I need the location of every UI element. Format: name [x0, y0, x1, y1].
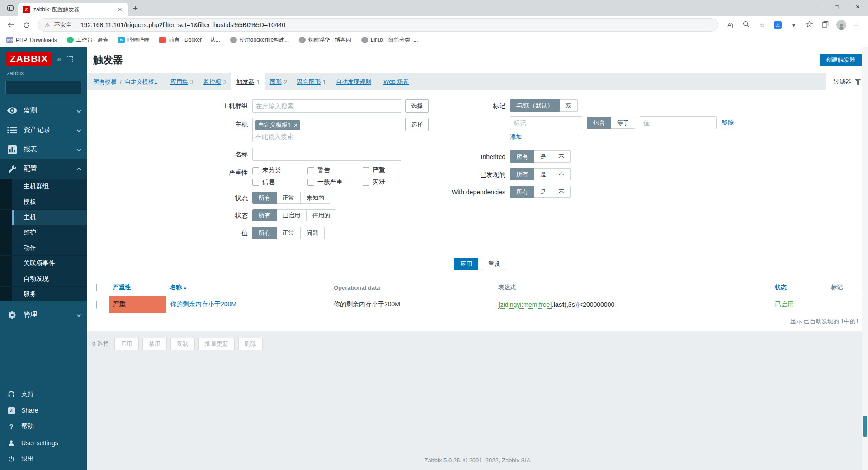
- sidebar-popout-icon[interactable]: [67, 56, 73, 62]
- security-warning-icon[interactable]: ⚠: [45, 22, 50, 28]
- sidebar-item-templates[interactable]: 模板: [0, 194, 87, 209]
- tab-graphs[interactable]: 图形2: [265, 73, 292, 90]
- tab-triggers[interactable]: 触发器1: [231, 73, 264, 90]
- favorite-add-icon[interactable]: ☆: [756, 22, 768, 28]
- apply-button[interactable]: 应用: [454, 258, 478, 270]
- bookmark-item[interactable]: 工作台 · 语雀: [67, 36, 108, 44]
- severity-checkbox[interactable]: [307, 179, 314, 186]
- sidebar-item-actions[interactable]: 动作: [0, 240, 87, 255]
- favorites-icon[interactable]: [804, 21, 815, 29]
- host-group-select-button[interactable]: 选择: [405, 99, 429, 113]
- sidebar-item-maintenance[interactable]: 维护: [0, 225, 87, 240]
- tag-name-input[interactable]: [510, 116, 582, 129]
- inherited-yes-button[interactable]: 是: [534, 150, 552, 163]
- discovered-yes-button[interactable]: 是: [534, 168, 552, 180]
- dependencies-yes-button[interactable]: 是: [534, 186, 552, 198]
- tab-web-scenarios[interactable]: Web 场景: [378, 73, 416, 90]
- tag-remove-link[interactable]: 移除: [722, 118, 734, 127]
- host-select-button[interactable]: 选择: [405, 118, 429, 131]
- tags-andor-button[interactable]: 与/或（默认）: [510, 99, 560, 112]
- sidebar-item-discovery[interactable]: 自动发现: [0, 271, 87, 286]
- bookmark-item[interactable]: 前言 · Docker — 从...: [159, 36, 220, 44]
- value-all-button[interactable]: 所有: [252, 227, 277, 239]
- select-all-checkbox[interactable]: [96, 284, 97, 291]
- tab-applications[interactable]: 应用集3: [165, 73, 198, 90]
- sidebar-search-input[interactable]: [9, 85, 89, 91]
- bookmark-item[interactable]: phpPHP: Downloads: [6, 37, 57, 43]
- status-enabled-button[interactable]: 已启用: [276, 209, 307, 221]
- status-disabled-button[interactable]: 停用的: [306, 209, 336, 221]
- dependencies-no-button[interactable]: 不: [552, 186, 571, 198]
- sidebar-item-administration[interactable]: 管理: [0, 305, 87, 324]
- host-group-input[interactable]: [252, 99, 401, 113]
- tags-or-button[interactable]: 或: [559, 99, 578, 112]
- enable-button[interactable]: 启用: [114, 338, 139, 350]
- address-bar[interactable]: ⚠ 不安全 192.168.11.101/triggers.php?filter…: [38, 18, 718, 32]
- collections-icon[interactable]: [820, 21, 831, 29]
- sidebar-collapse-icon[interactable]: «: [57, 55, 61, 63]
- sidebar-item-host-groups[interactable]: 主机群组: [0, 179, 87, 194]
- zoom-icon[interactable]: [741, 21, 752, 29]
- reset-button[interactable]: 重设: [482, 258, 506, 270]
- sidebar-item-event-correlation[interactable]: 关联项事件: [0, 255, 87, 271]
- column-status[interactable]: 状态: [771, 279, 827, 296]
- more-menu-icon[interactable]: ⋯: [851, 22, 863, 28]
- sidebar-item-hosts[interactable]: 主机: [0, 209, 87, 225]
- severity-checkbox[interactable]: [252, 179, 259, 186]
- state-all-button[interactable]: 所有: [252, 192, 277, 204]
- refresh-icon[interactable]: [21, 19, 32, 30]
- discovered-no-button[interactable]: 不: [552, 168, 571, 180]
- sidebar-item-help[interactable]: ? 帮助: [0, 418, 87, 435]
- state-normal-button[interactable]: 正常: [276, 192, 301, 204]
- expression-item-link[interactable]: {zidingyi:mem[free]: [498, 301, 552, 309]
- status-all-button[interactable]: 所有: [252, 209, 277, 221]
- tab-close-icon[interactable]: ✕: [116, 6, 124, 14]
- url-text[interactable]: 192.168.11.101/triggers.php?filter_set=1…: [80, 21, 286, 28]
- severity-checkbox[interactable]: [252, 167, 259, 174]
- minimize-button[interactable]: ─: [806, 0, 826, 14]
- disable-button[interactable]: 禁用: [142, 338, 167, 350]
- tag-contains-button[interactable]: 包含: [587, 117, 611, 129]
- sidebar-item-reports[interactable]: 报表: [0, 140, 87, 159]
- browser-essentials-icon[interactable]: ♥: [788, 22, 799, 28]
- breadcrumb-all-templates[interactable]: 所有模板: [93, 78, 117, 86]
- page-scrollbar[interactable]: [862, 47, 868, 470]
- mass-update-button[interactable]: 批量更新: [198, 338, 235, 350]
- value-problem-button[interactable]: 问题: [300, 227, 325, 239]
- severity-checkbox[interactable]: [363, 167, 369, 174]
- name-input[interactable]: [252, 148, 401, 161]
- bookmark-item[interactable]: tv哔哩哔哩: [118, 36, 149, 44]
- inherited-all-button[interactable]: 所有: [510, 150, 534, 163]
- dependencies-all-button[interactable]: 所有: [510, 186, 534, 198]
- browser-tab[interactable]: Z zabbix: 配置触发器 ✕: [18, 3, 128, 16]
- bookmark-item[interactable]: Linux - 随笔分类 -...: [361, 36, 418, 44]
- sidebar-item-configuration[interactable]: 配置: [0, 159, 87, 179]
- translate-icon[interactable]: 文: [772, 21, 783, 29]
- row-checkbox[interactable]: [96, 301, 97, 309]
- sidebar-item-share[interactable]: Z Share: [0, 402, 87, 418]
- delete-button[interactable]: 删除: [238, 338, 263, 350]
- tag-add-link[interactable]: 添加: [510, 133, 522, 141]
- status-enabled-link[interactable]: 已启用: [775, 301, 794, 308]
- bookmark-item[interactable]: 烟雨浮华 - 博客园: [299, 36, 351, 44]
- column-severity[interactable]: 严重性: [109, 279, 166, 296]
- create-trigger-button[interactable]: 创建触发器: [820, 54, 862, 66]
- inherited-no-button[interactable]: 不: [552, 150, 571, 163]
- tag-equals-button[interactable]: 等于: [611, 117, 635, 129]
- chip-remove-icon[interactable]: ✕: [293, 122, 297, 128]
- window-close-button[interactable]: ✕: [847, 0, 868, 14]
- trigger-name-link[interactable]: 你的剩余内存小于200M: [170, 301, 236, 308]
- sidebar-item-services[interactable]: 服务: [0, 286, 87, 301]
- sidebar-item-support[interactable]: 支持: [0, 386, 87, 402]
- host-input[interactable]: [255, 133, 391, 140]
- back-icon[interactable]: [5, 19, 16, 30]
- state-unknown-button[interactable]: 未知的: [300, 192, 330, 204]
- tab-actions-icon[interactable]: [5, 2, 16, 14]
- sidebar-item-monitoring[interactable]: 监测: [0, 101, 87, 120]
- scrollbar-thumb[interactable]: [863, 416, 867, 437]
- maximize-button[interactable]: ▢: [826, 0, 847, 14]
- read-aloud-icon[interactable]: A): [725, 22, 736, 28]
- host-multiselect[interactable]: 自定义模板1✕: [252, 118, 401, 142]
- discovered-all-button[interactable]: 所有: [510, 168, 534, 180]
- sidebar-item-user-settings[interactable]: User settings: [0, 435, 87, 451]
